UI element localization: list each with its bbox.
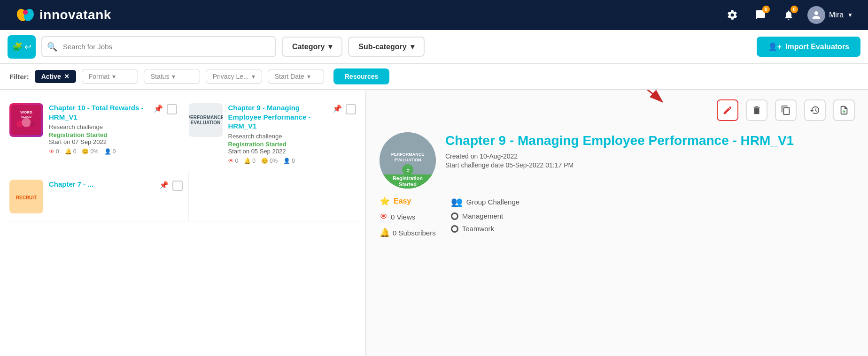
subcategory-dropdown[interactable]: Sub-category ▾	[348, 37, 424, 57]
import-evaluators-button[interactable]: 👤+ Import Evaluators	[757, 37, 860, 57]
svg-text:WORD: WORD	[20, 110, 32, 114]
views-count: 0 Views	[391, 213, 415, 221]
svg-point-2	[23, 10, 28, 15]
card-thumb-chapter7: RECRUIT	[9, 180, 43, 213]
format-dropdown[interactable]: Format ▾	[82, 69, 138, 84]
eye-icon: 👁	[49, 148, 54, 155]
filter-label: Filter:	[9, 73, 29, 81]
logo: innovatank	[15, 7, 111, 23]
cards-row-1: WORD CLOUD Chapter 10 - Total Rewards - …	[4, 96, 362, 172]
card-date-chapter9: Start on 05 Sep 2022	[228, 148, 327, 155]
checkbox-3[interactable]	[172, 181, 183, 191]
card-date-chapter10: Start on 07 Sep 2022	[49, 138, 148, 145]
subscribers-tag: 🔔 0 Subscribers	[380, 227, 436, 238]
category-dropdown[interactable]: Category ▾	[282, 37, 342, 57]
card-actions-1: 📌	[154, 103, 177, 114]
user-menu[interactable]: Mira ▼	[807, 6, 853, 24]
card-title-chapter9: Chapter 9 - Managing Employee Performanc…	[228, 103, 327, 131]
startdate-dropdown[interactable]: Start Date ▾	[268, 69, 324, 84]
difficulty-value: Easy	[394, 197, 411, 205]
privacy-dropdown[interactable]: Privacy Le... ▾	[206, 69, 262, 84]
users-stat: 👤 0	[104, 148, 116, 155]
detail-header: PERFORMANCE EVALUATION ⏱ Registration St…	[380, 132, 855, 189]
excel-icon-btn[interactable]	[833, 99, 855, 121]
back-button[interactable]: 🧩 ↩	[8, 35, 36, 59]
subcategory-label: Sub-category	[358, 43, 406, 51]
person-icon: 👤	[104, 148, 111, 155]
privacy-chevron-icon: ▾	[252, 73, 255, 80]
card-title-chapter7: Chapter 7 - ...	[49, 180, 154, 189]
top-nav: innovatank 0 0 Mira ▼	[0, 0, 868, 30]
empty-card-slot	[189, 172, 362, 221]
detail-tags: ⭐ Easy 👁 0 Views 🔔 0 Subscribers 👥 Group…	[380, 196, 855, 238]
pin-icon-2[interactable]: 📌	[333, 104, 342, 113]
import-icon: 👤+	[768, 42, 782, 51]
delete-icon-btn[interactable]	[746, 99, 767, 121]
startdate-label: Start Date	[275, 73, 304, 80]
status-label: Status	[151, 73, 170, 80]
card-body-chapter9: Chapter 9 - Managing Employee Performanc…	[228, 103, 327, 164]
mood-icon: 😊	[82, 148, 89, 155]
bell-badge: 0	[790, 6, 798, 13]
cards-row-2: RECRUIT Chapter 7 - ... 📌	[4, 172, 362, 221]
right-panel: PERFORMANCE EVALUATION ⏱ Registration St…	[366, 90, 868, 356]
active-chip-close-icon[interactable]: ✕	[64, 73, 70, 80]
reg-badge-line2: Started	[381, 182, 434, 188]
card-stats-chapter9: 👁 0 🔔 0 😊 0% 👤 0	[228, 158, 327, 164]
bell-icon-btn[interactable]: 0	[779, 6, 798, 24]
views-eye-icon: 👁	[380, 212, 388, 222]
detail-thumbnail: PERFORMANCE EVALUATION ⏱ Registration St…	[380, 132, 436, 189]
start-date: Start challenge date 05-Sep-2022 01:17 P…	[445, 161, 794, 169]
message-badge: 0	[762, 6, 770, 13]
created-date: Created on 10-Aug-2022	[445, 152, 794, 160]
mood-icon-2: 😊	[261, 158, 268, 164]
difficulty-icon: ⭐	[380, 196, 390, 206]
history-icon-btn[interactable]	[804, 99, 826, 121]
card-type-chapter10: Research challenge	[49, 123, 148, 130]
thumb-chapter9-text: PERFORMANCE EVALUATION	[189, 115, 223, 125]
detail-title: Chapter 9 - Managing Employee Performanc…	[445, 132, 794, 149]
gear-icon-btn[interactable]	[723, 6, 742, 24]
resources-button[interactable]: Resources	[333, 68, 390, 84]
username: Mira	[829, 11, 844, 19]
logo-text: innovatank	[39, 8, 111, 23]
copy-icon-btn[interactable]	[775, 99, 797, 121]
search-input[interactable]	[41, 36, 276, 57]
detail-meta: Created on 10-Aug-2022 Start challenge d…	[445, 152, 794, 169]
checkbox-2[interactable]	[346, 104, 356, 114]
search-box: 🔍	[41, 36, 276, 57]
management-tag: Management	[451, 212, 519, 220]
user-chevron-icon: ▼	[847, 12, 853, 18]
group-icon: 👥	[451, 196, 463, 207]
challenge-card-chapter9[interactable]: PERFORMANCE EVALUATION Chapter 9 - Manag…	[183, 96, 362, 172]
checkbox-1[interactable]	[167, 104, 177, 114]
card-type-chapter9: Research challenge	[228, 133, 327, 140]
message-icon-btn[interactable]: 0	[751, 6, 770, 24]
management-label: Management	[462, 212, 504, 220]
views-stat-2: 👁 0	[228, 158, 239, 164]
pin-icon-1[interactable]: 📌	[154, 104, 163, 113]
edit-icon-btn[interactable]	[717, 99, 738, 121]
card-body-chapter7: Chapter 7 - ...	[49, 180, 154, 191]
nav-right: 0 0 Mira ▼	[723, 6, 853, 24]
challenge-card-chapter10[interactable]: WORD CLOUD Chapter 10 - Total Rewards - …	[4, 96, 183, 172]
svg-text:⏱: ⏱	[406, 168, 410, 172]
svg-point-7	[22, 118, 31, 128]
startdate-chevron-icon: ▾	[307, 73, 310, 80]
subcategory-chevron-icon: ▾	[411, 42, 414, 51]
active-filter-chip[interactable]: Active ✕	[35, 70, 76, 83]
challenge-card-chapter7[interactable]: RECRUIT Chapter 7 - ... 📌	[4, 172, 189, 221]
views-tag: 👁 0 Views	[380, 212, 436, 222]
card-stats-chapter10: 👁 0 🔔 0 😊 0% 👤 0	[49, 148, 148, 155]
person-icon-2: 👤	[283, 158, 290, 164]
puzzle-icon: 🧩	[12, 42, 23, 52]
status-dropdown[interactable]: Status ▾	[144, 69, 200, 84]
management-circle-icon	[451, 212, 458, 220]
active-chip-label: Active	[41, 73, 61, 80]
mood-stat-2: 😊 0%	[261, 158, 278, 164]
group-challenge-label: Group Challenge	[466, 198, 519, 206]
card-actions-2: 📌	[333, 103, 356, 114]
pin-icon-3[interactable]: 📌	[159, 181, 169, 189]
format-label: Format	[89, 73, 109, 80]
logo-icon	[15, 7, 36, 23]
